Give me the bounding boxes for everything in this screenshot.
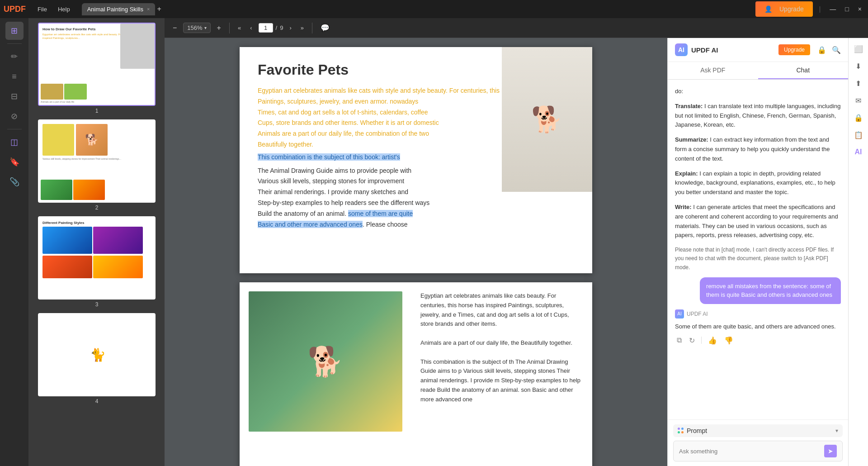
- ai-tabs: Ask PDF Chat: [668, 62, 848, 80]
- sidebar-icon-stamp[interactable]: ⊘: [5, 107, 24, 125]
- new-tab-button[interactable]: +: [157, 5, 161, 13]
- close-button[interactable]: ×: [855, 4, 864, 14]
- copy-response-button[interactable]: ⧉: [675, 335, 684, 345]
- content-area: − 156% ▾ + « ‹ / 9 › » 💬: [165, 18, 868, 466]
- sidebar-icon-comment[interactable]: ≡: [5, 67, 24, 86]
- sidebar-divider-2: [7, 129, 22, 129]
- ai-upgrade-button[interactable]: Upgrade: [778, 44, 810, 55]
- tab-title: Animal Painting Skills: [87, 6, 143, 13]
- user-message-container: remove all mistakes from the sentence: s…: [675, 277, 841, 304]
- sidebar-icon-layers[interactable]: ◫: [5, 133, 24, 151]
- pdf-page-1: 🐕 Favorite Pets Egyptian art celebrates …: [240, 47, 592, 273]
- thumbnail-num-1: 1: [95, 108, 99, 114]
- prompt-label: Prompt: [687, 427, 833, 434]
- thumb-dog-image: [120, 24, 156, 69]
- sidebar-icon-organize[interactable]: ⊟: [5, 87, 24, 105]
- ai-note-text: Please note that in [chat] mode, I can't…: [675, 246, 841, 272]
- pdf-view: 🐕 Favorite Pets Egyptian art celebrates …: [165, 38, 667, 466]
- main-toolbar: − 156% ▾ + « ‹ / 9 › » 💬: [165, 18, 868, 38]
- thumbup-button[interactable]: 👍: [706, 335, 719, 346]
- thumbnail-panel: How to Draw Our Favorite Pets Egyptian a…: [29, 18, 165, 466]
- rt-button-3[interactable]: ⬆: [851, 76, 866, 90]
- rt-button-ai[interactable]: AI: [851, 145, 866, 159]
- thumbdown-button[interactable]: 👎: [722, 335, 735, 346]
- upgrade-icon: 👤: [762, 4, 775, 14]
- thumbnail-num-4: 4: [95, 398, 99, 404]
- comment-toolbar-button[interactable]: 💬: [318, 22, 332, 34]
- ai-sender-name: UPDF AI: [687, 311, 708, 317]
- ai-response-text: Some of them are quite basic, and others…: [675, 319, 841, 335]
- rt-button-2[interactable]: ⬇: [851, 59, 866, 73]
- nav-last-button[interactable]: »: [298, 23, 307, 33]
- ask-input-area: ➤: [673, 441, 843, 461]
- left-sidebar: ⊞ ✏ ≡ ⊟ ⊘ ◫ 🔖 📎: [0, 18, 29, 466]
- zoom-display: 156% ▾: [183, 23, 210, 33]
- prompt-chevron-icon: ▾: [835, 428, 838, 434]
- ask-input[interactable]: [679, 448, 821, 455]
- rt-button-clipboard[interactable]: 📋: [851, 128, 866, 142]
- main-content: 🐕 Favorite Pets Egyptian art celebrates …: [165, 38, 868, 466]
- nav-next-button[interactable]: ›: [287, 23, 294, 33]
- thumbnail-num-3: 3: [95, 301, 99, 308]
- page-number-input[interactable]: [259, 23, 273, 33]
- upgrade-button-title[interactable]: 👤 Upgrade: [755, 1, 813, 17]
- page-nav: / 9: [259, 23, 283, 33]
- sidebar-icon-select[interactable]: ⊞: [5, 22, 24, 40]
- pdf-embroidery-image: 🐕: [249, 291, 402, 432]
- thumbnail-img-3: Different Painting Styles: [38, 216, 156, 300]
- thumbnail-img-4: 🐈: [38, 313, 156, 396]
- tab-close-btn[interactable]: ×: [147, 6, 150, 12]
- ai-response-actions: ⧉ ↻ 👍 👎: [675, 335, 841, 346]
- ai-write-info: Write: I can generate articles that meet…: [675, 203, 841, 240]
- maximize-button[interactable]: □: [842, 4, 851, 14]
- prompt-bar: Prompt ▾ ➤: [668, 419, 848, 466]
- thumbnail-page-3[interactable]: Different Painting Styles 3: [33, 216, 160, 308]
- tab-ask-pdf[interactable]: Ask PDF: [668, 62, 758, 79]
- minimize-button[interactable]: —: [827, 4, 839, 14]
- window-controls: 👤 Upgrade | — □ ×: [755, 1, 864, 17]
- send-button[interactable]: ➤: [824, 445, 837, 457]
- sidebar-icon-attachment[interactable]: 📎: [5, 173, 24, 191]
- ai-intro-text: do:: [675, 87, 841, 96]
- zoom-dropdown-icon: ▾: [204, 25, 207, 30]
- pdf-page2-text: Egyptian art celebrates animals like cat…: [420, 291, 583, 404]
- page-total: 9: [280, 24, 283, 31]
- thumbnail-page-4[interactable]: 🐈 4: [33, 313, 160, 404]
- sidebar-icon-edit[interactable]: ✏: [5, 48, 24, 66]
- search-icon: 🔍: [832, 46, 841, 54]
- rt-button-lock[interactable]: 🔒: [851, 110, 866, 125]
- rt-button-mail[interactable]: ✉: [851, 93, 866, 108]
- active-tab[interactable]: Animal Painting Skills ×: [82, 3, 156, 15]
- ai-panel-header: AI UPDF AI Upgrade 🔒 🔍: [668, 38, 848, 62]
- tab-chat[interactable]: Chat: [758, 62, 849, 79]
- ai-panel-title: UPDF AI: [691, 46, 718, 54]
- rt-button-1[interactable]: ⬜: [851, 42, 866, 56]
- nav-prev-button[interactable]: ‹: [247, 23, 255, 33]
- zoom-out-button[interactable]: −: [170, 22, 179, 34]
- pdf-page1-image: 🐕: [502, 47, 592, 192]
- toolbar-separator-1: [229, 23, 230, 33]
- prompt-dots-icon: [678, 428, 684, 434]
- action-separator: [701, 337, 702, 344]
- refresh-response-button[interactable]: ↻: [687, 335, 697, 346]
- prompt-selector[interactable]: Prompt ▾: [673, 424, 843, 437]
- thumbnail-num-2: 2: [95, 204, 99, 211]
- thumbnail-img-1: How to Draw Our Favorite Pets Egyptian a…: [38, 23, 156, 106]
- zoom-in-button[interactable]: +: [214, 22, 224, 34]
- lock-icon: 🔒: [817, 46, 826, 54]
- user-message-bubble: remove all mistakes from the sentence: s…: [700, 277, 841, 304]
- menu-file[interactable]: File: [33, 4, 52, 14]
- menu-bar: File Help: [33, 4, 75, 14]
- toolbar-separator-2: [312, 23, 312, 33]
- ai-response-container: AI UPDF AI Some of them are quite basic,…: [675, 309, 841, 346]
- sidebar-icon-bookmark[interactable]: 🔖: [5, 153, 24, 171]
- menu-help[interactable]: Help: [53, 4, 75, 14]
- pdf-page2-left: 🐕: [249, 291, 411, 466]
- page-separator: /: [276, 24, 278, 31]
- app-logo: UPDF: [4, 5, 26, 14]
- thumbnail-page-2[interactable]: 🐕 Various skill levels, stepping stones …: [33, 119, 160, 211]
- app-body: ⊞ ✏ ≡ ⊟ ⊘ ◫ 🔖 📎 How to Draw Our Favorite…: [0, 18, 868, 466]
- nav-first-button[interactable]: «: [235, 23, 244, 33]
- right-toolbar: ⬜ ⬇ ⬆ ✉ 🔒 📋 AI: [848, 38, 868, 466]
- thumbnail-page-1[interactable]: How to Draw Our Favorite Pets Egyptian a…: [33, 23, 160, 114]
